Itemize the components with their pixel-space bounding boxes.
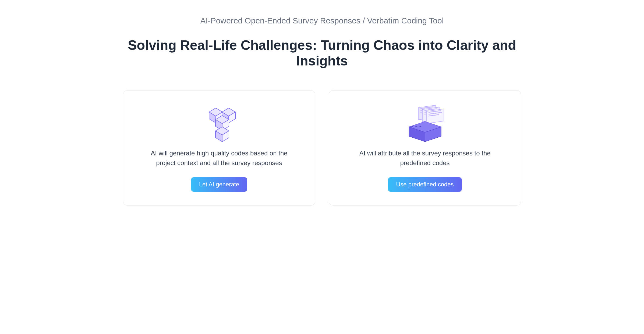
page-subtitle: AI-Powered Open-Ended Survey Responses /… xyxy=(107,16,537,25)
use-predefined-codes-button[interactable]: Use predefined codes xyxy=(388,177,462,192)
cards-container: AI will generate high quality codes base… xyxy=(107,90,537,206)
cubes-icon xyxy=(198,103,241,143)
page-title: Solving Real-Life Challenges: Turning Ch… xyxy=(107,37,537,69)
filing-box-icon xyxy=(401,103,449,143)
card-predefined-codes: AI will attribute all the survey respons… xyxy=(329,90,521,206)
card-description: AI will generate high quality codes base… xyxy=(144,148,295,168)
card-description: AI will attribute all the survey respons… xyxy=(350,148,500,168)
let-ai-generate-button[interactable]: Let AI generate xyxy=(191,177,247,192)
card-ai-generate: AI will generate high quality codes base… xyxy=(123,90,315,206)
